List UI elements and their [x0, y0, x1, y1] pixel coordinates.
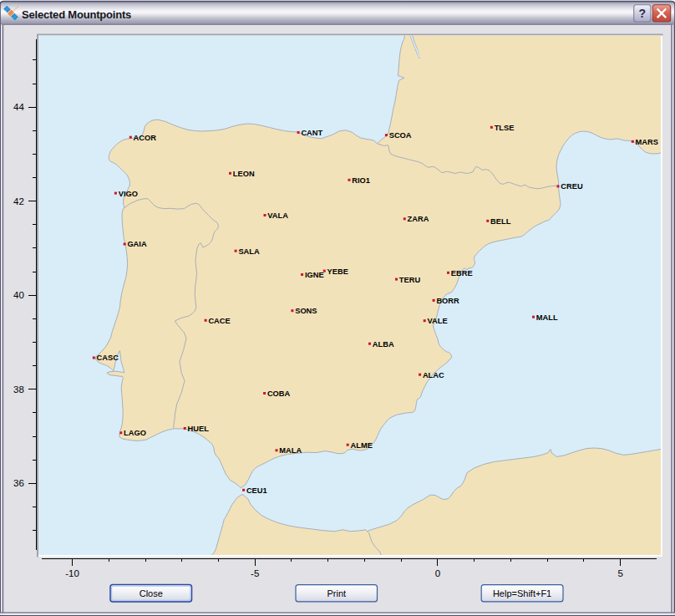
- svg-text:5: 5: [617, 568, 622, 578]
- svg-text:RIO1: RIO1: [352, 176, 370, 185]
- svg-text:SALA: SALA: [238, 247, 260, 256]
- svg-text:CREU: CREU: [561, 182, 583, 191]
- svg-text:SCOA: SCOA: [389, 131, 412, 140]
- svg-text:VALE: VALE: [428, 317, 448, 325]
- svg-text:VIGO: VIGO: [119, 190, 138, 198]
- svg-text:ALME: ALME: [351, 441, 373, 450]
- svg-text:-5: -5: [251, 568, 259, 578]
- svg-text:HUEL: HUEL: [188, 425, 210, 433]
- svg-text:40: 40: [13, 290, 24, 300]
- svg-text:IGNE: IGNE: [305, 271, 324, 279]
- svg-text:36: 36: [13, 478, 24, 488]
- svg-text:BELL: BELL: [490, 217, 511, 226]
- svg-text:BORR: BORR: [436, 297, 459, 305]
- svg-text:ACOR: ACOR: [134, 134, 157, 142]
- svg-text:COBA: COBA: [267, 389, 291, 398]
- svg-text:Print: Print: [327, 588, 346, 598]
- svg-text:38: 38: [13, 384, 24, 395]
- svg-text:42: 42: [13, 196, 24, 206]
- svg-text:CANT: CANT: [301, 129, 322, 137]
- svg-text:ALBA: ALBA: [373, 340, 394, 349]
- svg-text:-10: -10: [65, 568, 79, 578]
- svg-text:Help=Shift+F1: Help=Shift+F1: [493, 588, 551, 598]
- svg-text:Close: Close: [140, 588, 163, 598]
- svg-text:EBRE: EBRE: [451, 269, 473, 277]
- svg-text:ALAC: ALAC: [423, 371, 444, 379]
- svg-text:CASC: CASC: [97, 354, 119, 362]
- svg-text:MALL: MALL: [536, 313, 558, 322]
- svg-text:0: 0: [435, 568, 440, 578]
- svg-text:MARS: MARS: [636, 138, 658, 146]
- svg-text:?: ?: [639, 7, 647, 20]
- svg-text:LAGO: LAGO: [124, 429, 146, 437]
- svg-text:ZARA: ZARA: [408, 215, 429, 223]
- svg-text:LEON: LEON: [233, 170, 255, 178]
- svg-text:CACE: CACE: [208, 317, 230, 325]
- svg-text:VALA: VALA: [267, 211, 288, 220]
- svg-text:TLSE: TLSE: [495, 124, 515, 132]
- svg-text:44: 44: [13, 102, 24, 112]
- svg-text:TERU: TERU: [399, 276, 421, 284]
- svg-text:CEU1: CEU1: [246, 486, 267, 495]
- svg-text:MALA: MALA: [279, 446, 302, 455]
- svg-text:SONS: SONS: [295, 307, 317, 315]
- svg-text:YEBE: YEBE: [327, 267, 348, 276]
- svg-text:GAIA: GAIA: [127, 240, 147, 248]
- svg-text:Selected Mountpoints: Selected Mountpoints: [22, 8, 131, 21]
